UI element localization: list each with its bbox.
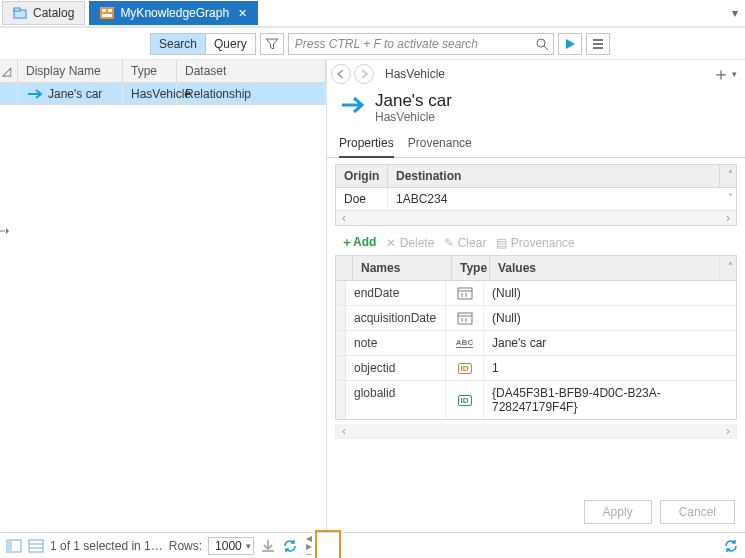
cell-display-name: Jane's car: [48, 87, 102, 101]
property-row[interactable]: endDate(Null): [336, 281, 736, 306]
scroll-up-icon[interactable]: ˄: [719, 256, 736, 280]
property-toolbar: ＋Add ✕ Delete ✎ Clear ▤ Provenance: [327, 226, 745, 255]
tab-properties[interactable]: Properties: [339, 132, 394, 158]
results-grid: ◿ Display Name Type Dataset Jane's car H…: [0, 60, 327, 532]
grid-corner[interactable]: ◿: [0, 60, 18, 82]
prop-name: objectid: [346, 356, 446, 380]
relationship-icon: [26, 88, 44, 100]
add-button[interactable]: ＋Add: [341, 234, 376, 251]
delete-button: ✕ Delete: [386, 236, 434, 250]
tab-bar: Catalog MyKnowledgeGraph ✕ ▾: [0, 0, 745, 28]
type-icon: [446, 306, 484, 330]
segment-query[interactable]: Query: [206, 34, 255, 54]
h-scrollbar[interactable]: ‹›: [336, 210, 736, 225]
type-icon: ID: [446, 356, 484, 380]
svg-rect-4: [108, 9, 112, 12]
svg-point-6: [537, 39, 545, 47]
scroll-down-icon[interactable]: ˅: [720, 188, 736, 210]
svg-rect-3: [102, 9, 106, 12]
svg-rect-1: [14, 8, 20, 11]
col-dataset[interactable]: Dataset: [177, 60, 326, 82]
scroll-up-icon[interactable]: ˄: [719, 165, 736, 187]
detail-header: HasVehicle ＋ ▾: [327, 60, 745, 88]
col-destination[interactable]: Destination: [388, 165, 719, 187]
refresh-icon[interactable]: [282, 539, 298, 553]
nav-back[interactable]: [331, 64, 351, 84]
entity-subtitle: HasVehicle: [375, 110, 452, 124]
svg-rect-22: [29, 540, 43, 552]
h-scrollbar[interactable]: ‹›: [335, 424, 737, 439]
prop-name: globalid: [346, 381, 446, 419]
expand-collapse-stepper[interactable]: ◂▸–: [306, 534, 312, 558]
col-origin[interactable]: Origin: [336, 165, 388, 187]
od-row[interactable]: Doe 1ABC234 ˅: [336, 188, 736, 210]
grid-header: ◿ Display Name Type Dataset: [0, 60, 326, 83]
property-row[interactable]: acquisitionDate(Null): [336, 306, 736, 331]
tab-knowledge-graph[interactable]: MyKnowledgeGraph ✕: [89, 1, 258, 25]
col-type[interactable]: Type: [452, 256, 490, 280]
menu-button[interactable]: [586, 33, 610, 55]
svg-rect-16: [458, 313, 472, 324]
search-query-segment: Search Query: [150, 33, 256, 55]
prop-value: Jane's car: [484, 331, 736, 355]
svg-rect-2: [100, 7, 114, 19]
apply-cancel-row: Apply Cancel: [327, 492, 745, 532]
view-mode-icon[interactable]: [6, 539, 22, 553]
close-icon[interactable]: ✕: [235, 7, 249, 20]
property-row[interactable]: objectidID1: [336, 356, 736, 381]
detail-pane: HasVehicle ＋ ▾ Jane's car HasVehicle Pro…: [327, 60, 745, 532]
col-values[interactable]: Values: [490, 256, 719, 280]
filter-button[interactable]: [260, 33, 284, 55]
clear-button: ✎ Clear: [444, 236, 486, 250]
chevron-down-icon[interactable]: ▾: [732, 69, 737, 79]
add-icon[interactable]: ＋: [712, 62, 730, 86]
col-display-name[interactable]: Display Name: [18, 60, 123, 82]
svg-rect-12: [458, 288, 472, 299]
tab-provenance[interactable]: Provenance: [408, 132, 472, 157]
svg-rect-21: [7, 540, 12, 552]
play-icon: [564, 38, 576, 50]
type-icon: ABC: [446, 331, 484, 355]
nav-forward[interactable]: [354, 64, 374, 84]
relationship-icon: [339, 92, 365, 118]
rows-value: 1000: [215, 539, 242, 553]
download-icon[interactable]: [260, 539, 276, 553]
property-row[interactable]: noteABCJane's car: [336, 331, 736, 356]
search-input[interactable]: Press CTRL + F to activate search: [288, 33, 554, 55]
prop-value: {DA45F3B1-BFB9-4D0C-B23A-728247179F4F}: [484, 381, 736, 419]
tab-catalog[interactable]: Catalog: [2, 1, 85, 25]
run-button[interactable]: [558, 33, 582, 55]
type-icon: [446, 281, 484, 305]
entity-title: Jane's car: [375, 92, 452, 110]
cancel-button[interactable]: Cancel: [660, 500, 735, 524]
cell-dataset: Relationship: [177, 83, 326, 104]
svg-line-7: [544, 46, 548, 50]
table-row[interactable]: Jane's car HasVehicle Relationship: [0, 83, 326, 105]
prop-name: endDate: [346, 281, 446, 305]
entity-heading: Jane's car HasVehicle: [327, 88, 745, 128]
status-bar: 1 of 1 selected in 1… Rows: 1000 ▾ ◂▸–: [0, 532, 745, 558]
tutorial-highlight: [315, 530, 341, 558]
prop-value: (Null): [484, 281, 736, 305]
type-icon: ID: [446, 381, 484, 419]
rows-dropdown[interactable]: 1000 ▾: [208, 537, 254, 555]
tab-catalog-label: Catalog: [33, 6, 74, 20]
property-row[interactable]: globalidID{DA45F3B1-BFB9-4D0C-B23A-72824…: [336, 381, 736, 419]
tab-kg-label: MyKnowledgeGraph: [120, 6, 229, 20]
cell-type: HasVehicle: [123, 83, 177, 104]
splitter-handle[interactable]: [0, 226, 10, 236]
refresh-icon[interactable]: [723, 539, 739, 553]
col-names[interactable]: Names: [352, 256, 452, 280]
segment-search[interactable]: Search: [151, 34, 206, 54]
prop-value: (Null): [484, 306, 736, 330]
arrow-left-icon: [337, 70, 345, 78]
col-type[interactable]: Type: [123, 60, 177, 82]
detail-tabs: Properties Provenance: [327, 128, 745, 158]
search-placeholder: Press CTRL + F to activate search: [295, 37, 535, 51]
apply-button[interactable]: Apply: [584, 500, 652, 524]
tab-overflow-icon[interactable]: ▾: [725, 6, 745, 20]
origin-destination-table: Origin Destination ˄ Doe 1ABC234 ˅ ‹›: [335, 164, 737, 226]
rows-label: Rows:: [169, 539, 202, 553]
table-icon[interactable]: [28, 539, 44, 553]
properties-table: Names Type Values ˄ endDate(Null)acquisi…: [335, 255, 737, 420]
